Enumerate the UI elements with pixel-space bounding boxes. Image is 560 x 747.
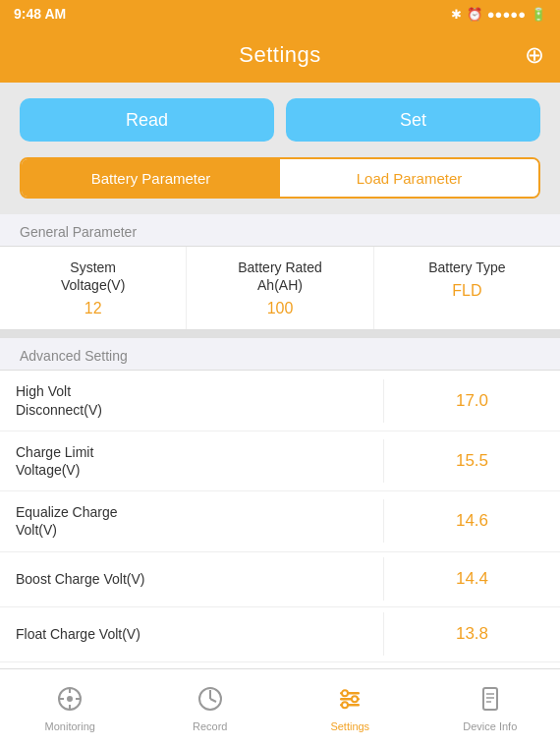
general-param-table: SystemVoltage(V) 12 Battery RatedAh(AH) … bbox=[0, 246, 560, 330]
load-parameter-tab[interactable]: Load Parameter bbox=[280, 159, 538, 197]
page-title: Settings bbox=[239, 42, 321, 68]
settings-table: High VoltDisconnect(V) 17.0 Charge Limit… bbox=[0, 370, 560, 668]
battery-rated-ah-value: 100 bbox=[267, 300, 294, 317]
signal-icon: ●●●●● bbox=[487, 7, 526, 22]
svg-point-14 bbox=[342, 702, 348, 708]
set-button[interactable]: Set bbox=[286, 98, 540, 142]
read-button[interactable]: Read bbox=[20, 98, 274, 142]
battery-type-value: FLD bbox=[452, 282, 481, 300]
table-row: Charge LimitVoltage(V) 15.5 bbox=[0, 431, 560, 491]
svg-rect-15 bbox=[483, 688, 497, 710]
battery-parameter-tab[interactable]: Battery Parameter bbox=[22, 159, 280, 197]
svg-point-1 bbox=[67, 696, 73, 702]
record-label: Record bbox=[193, 720, 227, 732]
equalize-charge-volt-value: 14.6 bbox=[383, 499, 560, 543]
battery-type-label: Battery Type bbox=[428, 259, 505, 276]
battery-icon: 🔋 bbox=[531, 7, 546, 22]
boost-charge-volt-label: Boost Charge Volt(V) bbox=[0, 558, 383, 600]
general-param-section-header: General Parameter bbox=[0, 214, 560, 246]
record-icon bbox=[196, 685, 224, 717]
advanced-section-header: Advanced Setting bbox=[0, 338, 560, 370]
add-button[interactable]: ⊕ bbox=[525, 43, 544, 67]
svg-line-8 bbox=[210, 699, 216, 702]
float-charge-volt-value: 13.8 bbox=[383, 612, 560, 656]
charge-limit-voltage-value: 15.5 bbox=[383, 439, 560, 483]
bottom-nav: Monitoring Record Settings bbox=[0, 668, 560, 747]
boost-charge-volt-value: 14.4 bbox=[383, 557, 560, 601]
system-voltage-value: 12 bbox=[84, 300, 102, 317]
monitoring-icon bbox=[56, 685, 84, 717]
nav-monitoring[interactable]: Monitoring bbox=[0, 677, 140, 740]
battery-type-cell: Battery Type FLD bbox=[374, 247, 560, 329]
status-icons: ✱ ⏰ ●●●●● 🔋 bbox=[451, 7, 546, 22]
header: Settings ⊕ bbox=[0, 28, 560, 83]
table-row: Boost Charge Volt(V) 14.4 bbox=[0, 552, 560, 607]
equalize-charge-volt-label: Equalize ChargeVolt(V) bbox=[0, 491, 383, 550]
charge-limit-voltage-label: Charge LimitVoltage(V) bbox=[0, 431, 383, 490]
battery-rated-ah-cell: Battery RatedAh(AH) 100 bbox=[187, 247, 373, 329]
settings-icon bbox=[336, 685, 364, 717]
table-row: High VoltDisconnect(V) 17.0 bbox=[0, 371, 560, 431]
bluetooth-icon: ✱ bbox=[451, 7, 462, 22]
svg-point-13 bbox=[352, 696, 358, 702]
general-param-row: SystemVoltage(V) 12 Battery RatedAh(AH) … bbox=[0, 247, 560, 329]
system-voltage-cell: SystemVoltage(V) 12 bbox=[0, 247, 187, 329]
table-row: Float Charge Volt(V) 13.8 bbox=[0, 607, 560, 662]
monitoring-label: Monitoring bbox=[45, 720, 95, 732]
nav-record[interactable]: Record bbox=[140, 677, 281, 740]
alarm-icon: ⏰ bbox=[467, 7, 482, 22]
section-divider bbox=[0, 330, 560, 338]
settings-label: Settings bbox=[330, 720, 369, 732]
status-time: 9:48 AM bbox=[14, 6, 66, 22]
status-bar: 9:48 AM ✱ ⏰ ●●●●● 🔋 bbox=[0, 0, 560, 28]
nav-device-info[interactable]: Device Info bbox=[420, 677, 561, 740]
battery-rated-ah-label: Battery RatedAh(AH) bbox=[238, 259, 322, 294]
float-charge-volt-label: Float Charge Volt(V) bbox=[0, 613, 383, 655]
high-volt-disconnect-value: 17.0 bbox=[383, 379, 560, 423]
nav-settings[interactable]: Settings bbox=[280, 677, 420, 740]
tab-selector-inner: Battery Parameter Load Parameter bbox=[20, 157, 540, 199]
tab-selector: Battery Parameter Load Parameter bbox=[0, 157, 560, 214]
main-content: Read Set Battery Parameter Load Paramete… bbox=[0, 83, 560, 668]
svg-point-12 bbox=[342, 690, 348, 696]
device-info-label: Device Info bbox=[463, 720, 517, 732]
device-info-icon bbox=[476, 685, 504, 717]
table-row: Equalize ChargeVolt(V) 14.6 bbox=[0, 491, 560, 551]
system-voltage-label: SystemVoltage(V) bbox=[61, 259, 125, 294]
high-volt-disconnect-label: High VoltDisconnect(V) bbox=[0, 371, 383, 430]
action-bar: Read Set bbox=[0, 83, 560, 157]
